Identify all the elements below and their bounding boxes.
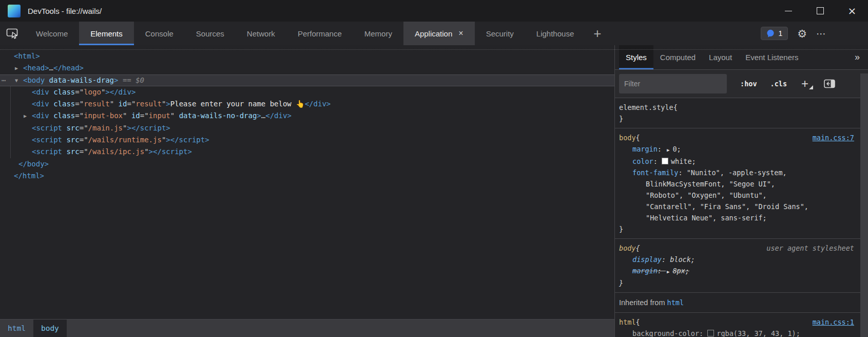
dom-node-row[interactable]: ▶<head>…</head> [0, 62, 614, 74]
stylesheet-source-link[interactable]: main.css:7 [813, 132, 856, 143]
tab-network[interactable]: Network [236, 22, 286, 45]
property-value: "Nunito", -apple-system, [687, 168, 787, 177]
tab-performance[interactable]: Performance [286, 22, 353, 45]
property-name: margin [632, 145, 658, 153]
property-value: white; [671, 157, 696, 165]
minimize-button[interactable] [773, 0, 804, 22]
dom-node-row[interactable]: <script src="/main.js"></script> [0, 122, 614, 134]
dom-node-row[interactable]: ⋯▼<body data-wails-drag> == $0 [0, 74, 614, 86]
property-value: BlinkMacSystemFont, "Segoe UI", [646, 180, 775, 188]
gear-icon: ⚙ [797, 28, 807, 40]
css-property[interactable]: margin: ▶8px; [619, 265, 856, 277]
tab-welcome[interactable]: Welcome [25, 22, 79, 45]
dom-node-row[interactable]: ▶<div class="input-box" id="input" data-… [0, 110, 614, 122]
tab-security[interactable]: Security [475, 22, 525, 45]
tab-memory[interactable]: Memory [353, 22, 403, 45]
dom-node-row[interactable]: <div class="result" id="result">Please e… [0, 98, 614, 110]
inherited-from-node-link[interactable]: html [667, 298, 684, 307]
styles-tab-label: Layout [709, 53, 732, 62]
breadcrumb-body[interactable]: body [33, 320, 67, 337]
expand-value-icon[interactable]: ▶ [667, 144, 669, 156]
tab-label: Console [145, 29, 173, 38]
breadcrumb-label: html [8, 324, 26, 332]
open-brace: { [636, 242, 640, 254]
expand-arrow-icon[interactable]: ▶ [24, 110, 27, 122]
css-rule: element.style {} [615, 98, 860, 128]
property-name: color [632, 157, 653, 165]
tab-label: Performance [298, 29, 342, 38]
toolbar-content-separator [0, 49, 868, 50]
property-colon: : [678, 168, 686, 177]
dom-node-text: <body data-wails-drag> == $0 [23, 76, 144, 84]
tree-indent-guide [10, 86, 11, 158]
styles-filter-input[interactable] [619, 74, 727, 93]
tab-lighthouse[interactable]: Lighthouse [525, 22, 585, 45]
tab-console[interactable]: Console [134, 22, 185, 45]
dom-node-row[interactable]: <html> [0, 50, 614, 62]
css-property[interactable]: display: block; [619, 254, 856, 265]
expand-value-icon[interactable]: ▶ [667, 266, 669, 277]
css-rule-selector-line[interactable]: body {user agent stylesheet [619, 242, 856, 254]
toggle-sidebar-button[interactable] [824, 79, 835, 88]
css-rule: body {user agent stylesheetdisplay: bloc… [615, 239, 860, 293]
more-options-button[interactable]: ⋯ [816, 28, 827, 40]
new-style-rule-button[interactable]: + [801, 79, 808, 89]
dom-node-row[interactable]: <div class="logo"></div> [0, 86, 614, 98]
dom-node-text: <html> [14, 52, 40, 60]
close-tab-icon[interactable]: × [458, 30, 463, 37]
plus-icon: + [593, 26, 601, 42]
styles-scrollbar[interactable] [860, 73, 868, 337]
title-bar: DevTools - file://wails/ × [0, 0, 868, 22]
more-sidebar-tabs-icon[interactable]: » [855, 52, 860, 63]
property-value: "Helvetica Neue", sans-serif; [646, 214, 767, 222]
open-brace: { [636, 316, 640, 328]
dom-node-row[interactable]: </html> [0, 170, 614, 182]
tab-label: Network [247, 29, 275, 38]
breadcrumb-html[interactable]: html [0, 320, 33, 337]
close-button[interactable]: × [836, 0, 868, 22]
css-property[interactable]: font-family: "Nunito", -apple-system, [619, 167, 856, 178]
css-property-wrapped-value: "Helvetica Neue", sans-serif; [619, 212, 856, 223]
expand-arrow-icon[interactable]: ▶ [15, 62, 18, 74]
dom-node-row[interactable]: </body> [0, 158, 614, 170]
inherited-from-label: Inherited from [619, 298, 667, 307]
feedback-badge[interactable]: 1 [761, 27, 788, 40]
css-property[interactable]: background-color: rgba(33, 37, 43, 1); [619, 328, 856, 337]
color-swatch[interactable] [707, 330, 714, 336]
toggle-element-state-button[interactable]: :hov [740, 80, 757, 88]
inherited-from-header: Inherited from html [615, 293, 860, 313]
collapse-arrow-icon[interactable]: ▼ [15, 74, 18, 86]
css-property[interactable]: margin: ▶0; [619, 143, 856, 156]
tab-sources[interactable]: Sources [185, 22, 236, 45]
css-rule-selector-line[interactable]: body {main.css:7 [619, 132, 856, 143]
styles-tab-label: Styles [626, 53, 647, 62]
tab-label: Elements [90, 29, 123, 38]
maximize-button[interactable] [804, 0, 836, 22]
add-panel-button[interactable]: + [585, 22, 609, 45]
dom-breadcrumb-bar: htmlbody [0, 319, 614, 337]
css-rule-selector-line[interactable]: html {main.css:1 [619, 316, 856, 328]
styles-tab-label: Computed [660, 53, 696, 62]
css-selector: body [619, 242, 636, 254]
css-rule-selector-line[interactable]: element.style { [619, 102, 856, 113]
minimize-icon [785, 11, 792, 11]
tab-elements[interactable]: Elements [79, 22, 134, 45]
color-swatch[interactable] [662, 158, 668, 164]
inspect-element-button[interactable] [0, 22, 25, 45]
stylesheet-source-link[interactable]: main.css:1 [813, 316, 856, 328]
tab-application[interactable]: Application× [403, 22, 475, 45]
styles-filter-row: :hov .cls + [615, 69, 868, 98]
maximize-icon [817, 7, 824, 14]
element-classes-button[interactable]: .cls [770, 80, 787, 88]
css-property-wrapped-value: "Cantarell", "Fira Sans", "Droid Sans", [619, 201, 856, 212]
property-colon: : [699, 329, 707, 337]
property-value: 0; [672, 145, 681, 153]
dom-node-row[interactable]: <script src="/wails/runtime.js"></script… [0, 134, 614, 146]
css-selector: element.style [619, 102, 673, 113]
toolbar-right-icons: 1 ⚙ ⋯ [761, 22, 827, 45]
css-property[interactable]: color: white; [619, 156, 856, 167]
styles-sections: element.style {}body {main.css:7margin: … [615, 98, 860, 337]
node-actions-icon[interactable]: ⋯ [2, 74, 6, 86]
settings-button[interactable]: ⚙ [797, 28, 807, 39]
dom-node-row[interactable]: <script src="/wails/ipc.js"></script> [0, 146, 614, 158]
